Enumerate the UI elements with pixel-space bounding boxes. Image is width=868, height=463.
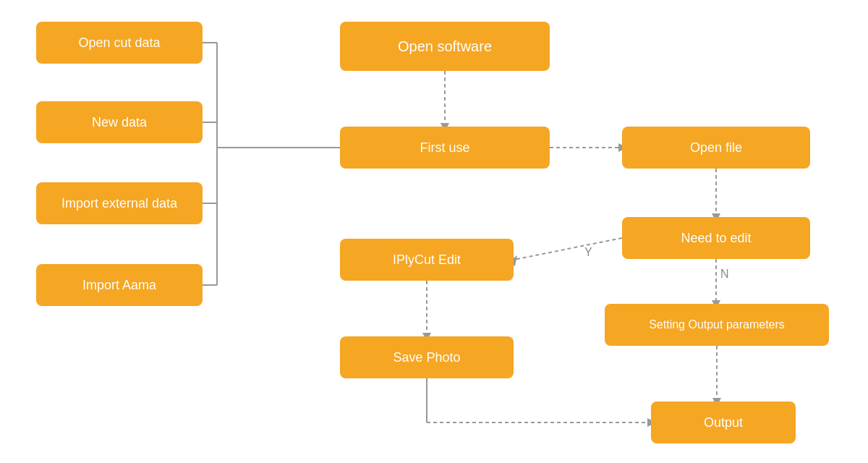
import-aama-node: Import Aama [36,264,203,306]
setting-output-node: Setting Output parameters [605,304,829,346]
import-external-node: Import external data [36,182,203,224]
open-file-node: Open file [622,127,810,169]
svg-line-12 [514,238,622,260]
flowchart-diagram: Open cut data New data Import external d… [0,0,868,463]
open-software-node: Open software [340,22,550,71]
open-cut-data-node: Open cut data [36,22,203,64]
first-use-node: First use [340,127,550,169]
save-photo-node: Save Photo [340,336,514,378]
new-data-node: New data [36,101,203,143]
y-label: Y [584,246,592,259]
output-node: Output [651,402,796,443]
iplycut-edit-node: IPlyCut Edit [340,239,514,281]
n-label: N [720,268,729,281]
need-to-edit-node: Need to edit [622,217,810,259]
